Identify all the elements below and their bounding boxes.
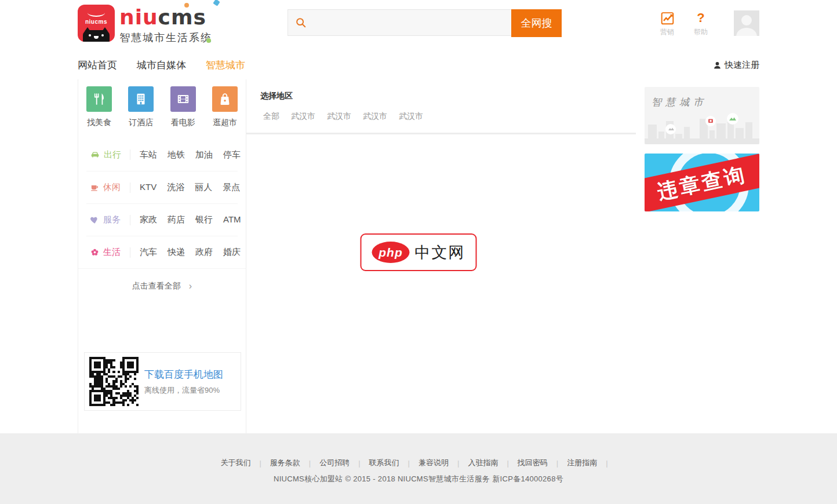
region-section: 选择地区 全部 武汉市 武汉市 武汉市 武汉市 xyxy=(246,79,636,134)
footer-link-compatibility[interactable]: 兼容说明 xyxy=(418,458,449,468)
qr-title: 下载百度手机地图 xyxy=(144,368,223,381)
group-travel-label: 出行 xyxy=(104,149,121,160)
quick-register-label: 快速注册 xyxy=(725,60,759,71)
php-logo-badge: php xyxy=(372,242,410,263)
sidebar-item-government[interactable]: 政府 xyxy=(195,247,213,258)
footer-link-about[interactable]: 关于我们 xyxy=(220,458,250,468)
trend-chart-icon xyxy=(660,10,675,25)
sidebar-item-express[interactable]: 快递 xyxy=(168,247,185,258)
marketing-tool[interactable]: 营销 xyxy=(654,10,680,37)
nav-item-smart-city[interactable]: 智慧城市 xyxy=(206,59,245,72)
nav-item-city-media[interactable]: 城市自媒体 xyxy=(137,59,186,72)
separator: | xyxy=(259,459,261,468)
separator: | xyxy=(556,459,558,468)
category-movie[interactable]: 看电影 xyxy=(170,86,196,128)
region-option-wuhan-2[interactable]: 武汉市 xyxy=(327,111,351,122)
category-grid: 找美食 订酒店 看电影 xyxy=(78,79,246,138)
sidebar-item-housekeeping[interactable]: 家政 xyxy=(140,214,157,225)
sidebar-item-station[interactable]: 车站 xyxy=(140,149,157,160)
category-hotel[interactable]: 订酒店 xyxy=(128,86,154,128)
city-skyline-graphic xyxy=(645,108,759,144)
brand-tagline: 智慧城市生活系统 xyxy=(119,31,212,45)
chevron-right-icon: › xyxy=(189,281,192,291)
footer-links: 关于我们| 服务条款| 公司招聘| 联系我们| 兼容说明| 入驻指南| 找回密码… xyxy=(0,458,837,468)
group-rows: 出行 车站 地铁 加油 停车 休闲 xyxy=(78,138,246,269)
group-leisure-head[interactable]: 休闲 xyxy=(86,182,130,193)
footer-link-register-guide[interactable]: 注册指南 xyxy=(567,458,597,468)
site-header: niucms niucms 智慧城市生活系统 全 xyxy=(0,0,837,51)
brand-name: niucms xyxy=(119,7,212,28)
film-icon xyxy=(170,86,196,112)
sidebar-item-scenic[interactable]: 景点 xyxy=(223,182,240,193)
sidebar-item-pharmacy[interactable]: 药店 xyxy=(168,214,185,225)
region-option-wuhan-4[interactable]: 武汉市 xyxy=(399,111,423,122)
car-icon xyxy=(90,149,100,160)
coffee-cup-icon xyxy=(90,182,100,192)
question-icon: ? xyxy=(697,10,704,25)
sidebar-item-subway[interactable]: 地铁 xyxy=(168,149,185,160)
separator: | xyxy=(457,459,459,468)
region-option-wuhan-3[interactable]: 武汉市 xyxy=(363,111,387,122)
search-icon xyxy=(295,17,307,28)
shopping-bag-icon xyxy=(212,86,238,112)
view-all-label: 点击查看全部 xyxy=(132,281,181,291)
sidebar-item-gas[interactable]: 加油 xyxy=(195,149,213,160)
separator: | xyxy=(606,459,607,468)
view-all-link[interactable]: 点击查看全部 › xyxy=(78,269,246,304)
smart-city-banner[interactable]: 智慧城市 xyxy=(645,87,759,144)
decor-dot-blue-icon xyxy=(213,0,220,6)
flower-icon xyxy=(90,247,100,257)
category-food-label: 找美食 xyxy=(87,118,111,128)
php-watermark-label: 中文网 xyxy=(415,242,465,263)
category-hotel-label: 订酒店 xyxy=(129,118,153,128)
brand-name-red: niu xyxy=(119,5,158,29)
region-options: 全部 武汉市 武汉市 武汉市 武汉市 xyxy=(260,111,622,122)
qr-code xyxy=(89,357,139,406)
qr-subtitle: 离线使用，流量省90% xyxy=(144,385,223,396)
page: niucms niucms 智慧城市生活系统 全 xyxy=(0,0,837,504)
cutlery-icon xyxy=(86,86,112,112)
header-tools: 营销 ? 帮助 xyxy=(654,5,759,37)
separator: | xyxy=(309,459,311,468)
footer-link-terms[interactable]: 服务条款 xyxy=(270,458,300,468)
heart-icon xyxy=(90,215,100,225)
main-nav: 网站首页 城市自媒体 智慧城市 快速注册 xyxy=(0,51,837,79)
violation-query-banner[interactable]: 违章查询 xyxy=(645,154,759,211)
nav-item-home[interactable]: 网站首页 xyxy=(78,59,117,72)
footer-link-contact[interactable]: 联系我们 xyxy=(369,458,399,468)
help-label: 帮助 xyxy=(694,27,708,37)
search-button[interactable]: 全网搜 xyxy=(511,9,562,37)
footer-link-join-guide[interactable]: 入驻指南 xyxy=(468,458,498,468)
sidebar-item-bath[interactable]: 洗浴 xyxy=(167,182,184,193)
smart-city-banner-title: 智慧城市 xyxy=(652,96,707,109)
region-option-all[interactable]: 全部 xyxy=(263,111,279,122)
sidebar-item-bank[interactable]: 银行 xyxy=(195,214,213,225)
group-travel-head[interactable]: 出行 xyxy=(86,149,130,160)
quick-register-link[interactable]: 快速注册 xyxy=(713,60,759,71)
sidebar-item-atm[interactable]: ATM xyxy=(223,214,241,225)
category-food[interactable]: 找美食 xyxy=(86,86,112,128)
category-movie-label: 看电影 xyxy=(171,118,195,128)
region-option-wuhan-1[interactable]: 武汉市 xyxy=(291,111,315,122)
sidebar-item-car[interactable]: 汽车 xyxy=(140,247,157,258)
avatar[interactable] xyxy=(734,10,759,36)
separator: | xyxy=(408,459,410,468)
footer-link-password[interactable]: 找回密码 xyxy=(518,458,548,468)
person-icon xyxy=(713,61,722,70)
brand-name-dark: cms xyxy=(158,5,206,29)
smile-icon xyxy=(88,9,105,17)
qr-promo-card[interactable]: 下载百度手机地图 离线使用，流量省90% xyxy=(84,352,241,411)
sidebar-item-wedding[interactable]: 婚庆 xyxy=(223,247,241,258)
group-service-head[interactable]: 服务 xyxy=(86,215,130,225)
region-title: 选择地区 xyxy=(260,91,622,101)
brand-logo[interactable]: niucms niucms 智慧城市生活系统 xyxy=(78,5,212,45)
sidebar-item-ktv[interactable]: KTV xyxy=(140,182,157,193)
brand-text: niucms 智慧城市生活系统 xyxy=(119,5,212,45)
help-tool[interactable]: ? 帮助 xyxy=(687,10,714,37)
footer-link-jobs[interactable]: 公司招聘 xyxy=(319,458,350,468)
group-leisure: 休闲 KTV 洗浴 丽人 景点 xyxy=(86,171,238,203)
group-life-head[interactable]: 生活 xyxy=(86,247,130,258)
sidebar-item-beauty[interactable]: 丽人 xyxy=(195,182,212,193)
sidebar-item-parking[interactable]: 停车 xyxy=(223,149,241,160)
category-market[interactable]: 逛超市 xyxy=(212,86,238,128)
